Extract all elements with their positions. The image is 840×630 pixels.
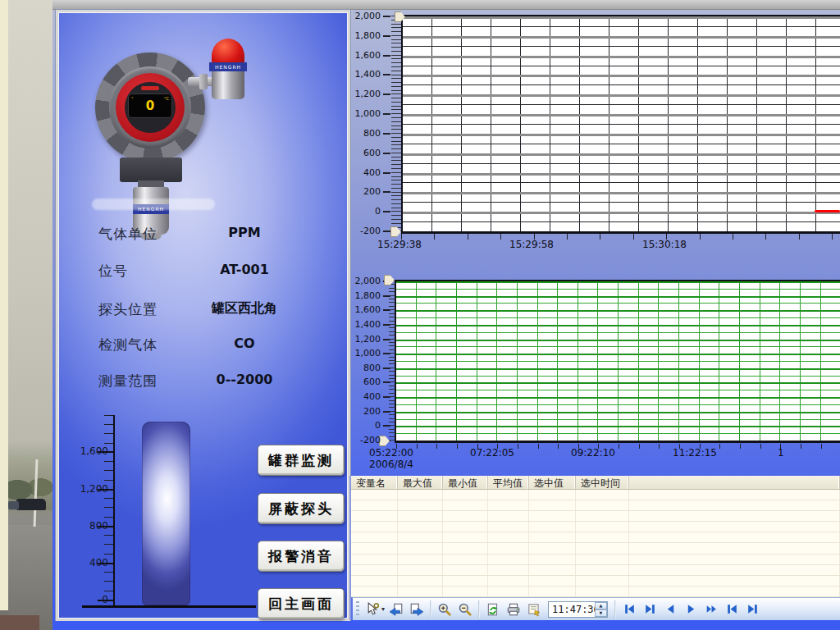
nav-last-icon[interactable]	[641, 600, 659, 619]
table-cell	[398, 490, 443, 500]
statistics-table[interactable]: 变量名最大值最小值平均值选中值选中时间	[351, 476, 840, 597]
top-chart-y-label: 600	[343, 148, 381, 158]
table-header-cell[interactable]: 选中时间	[576, 476, 629, 489]
time-spinner[interactable]: 11:47:36 ▲ ▼	[548, 601, 608, 618]
table-cell	[529, 511, 576, 521]
display-glyph: °C	[164, 97, 169, 101]
gauge-cylinder	[142, 422, 190, 605]
table-cell	[398, 565, 443, 575]
page-right-icon[interactable]	[408, 600, 426, 619]
table-row	[351, 500, 840, 511]
refresh-icon[interactable]	[484, 600, 502, 619]
table-row	[351, 522, 840, 532]
info-value-3: CO	[187, 336, 302, 351]
top-chart-y-label: 400	[343, 167, 381, 178]
table-cell	[629, 532, 840, 542]
cursor-tool-dropdown-icon[interactable]: ▾	[381, 605, 385, 613]
table-cell	[351, 522, 398, 532]
page-left-icon[interactable]	[387, 600, 405, 619]
print-icon[interactable]	[504, 600, 523, 619]
table-header-cell[interactable]: 最小值	[443, 476, 488, 489]
realtime-trend-chart[interactable]	[401, 15, 840, 234]
bottom-chart-y-label: 1,400	[343, 319, 381, 330]
table-cell	[576, 555, 629, 564]
table-row	[351, 555, 840, 565]
table-cell	[398, 543, 443, 553]
properties-icon[interactable]	[525, 600, 543, 619]
table-cell	[443, 576, 488, 586]
zoom-in-icon[interactable]	[436, 600, 454, 619]
top-chart-x-label: 15:30:18	[634, 239, 695, 250]
table-cell	[576, 522, 629, 532]
top-chart-x-ticks	[401, 234, 840, 240]
table-cell	[576, 576, 629, 586]
table-cell	[529, 500, 576, 510]
toolbar-separator	[430, 600, 431, 618]
table-cell	[443, 522, 488, 532]
table-cell	[629, 576, 840, 586]
top-chart-y-label: -200	[343, 226, 381, 236]
bottom-chart-date-label: 2006/8/4	[361, 459, 422, 470]
panel-button-0[interactable]: 罐群监测	[258, 445, 345, 476]
nav-next-icon[interactable]	[682, 600, 700, 619]
top-chart-y-label: 1,800	[343, 30, 381, 41]
table-cell	[576, 587, 629, 596]
panel-button-1[interactable]: 屏蔽探头	[258, 493, 345, 524]
table-row	[351, 511, 840, 522]
top-chart-y-label: 2,000	[343, 11, 381, 21]
table-cell	[488, 565, 529, 575]
table-cell	[488, 543, 529, 553]
table-cell	[443, 565, 488, 575]
gauge-major-tick	[98, 451, 113, 453]
panel-highlight	[92, 199, 215, 210]
table-cell	[629, 543, 840, 553]
time-spin-up-icon[interactable]: ▲	[595, 602, 607, 609]
table-header-filler	[629, 476, 840, 489]
table-cell	[351, 587, 398, 596]
gas-detector-logo	[141, 86, 159, 90]
nav-first-icon[interactable]	[620, 600, 638, 619]
gauge-major-tick	[98, 526, 113, 527]
bottom-chart-y-label: 1,600	[343, 304, 381, 315]
gauge-axis	[113, 415, 115, 607]
nav-last-2-icon[interactable]	[743, 600, 761, 619]
bottom-chart-y-label: 2,000	[343, 276, 381, 286]
table-cell	[576, 532, 629, 542]
table-cell	[443, 555, 488, 564]
table-header-cell[interactable]: 选中值	[529, 476, 576, 489]
table-cell	[351, 576, 398, 586]
info-label-0: 气体单位	[98, 225, 189, 244]
table-cell	[443, 500, 488, 510]
panel-button-2[interactable]: 报警消音	[258, 541, 345, 572]
table-cell	[629, 587, 840, 596]
top-chart-y-label: 1,000	[343, 108, 381, 119]
table-header-row: 变量名最大值最小值平均值选中值选中时间	[351, 476, 840, 490]
nav-first-2-icon[interactable]	[723, 600, 741, 619]
photo-ground	[0, 615, 39, 630]
table-header-cell[interactable]: 平均值	[488, 476, 529, 489]
table-cell	[443, 490, 488, 500]
time-spin-down-icon[interactable]: ▼	[595, 609, 607, 617]
info-value-1: AT-001	[187, 262, 302, 277]
panel-button-3[interactable]: 回主画面	[258, 588, 345, 619]
table-cell	[488, 587, 529, 596]
table-row	[351, 576, 840, 587]
zoom-out-icon[interactable]	[456, 600, 474, 619]
table-header-cell[interactable]: 变量名	[351, 476, 398, 489]
gas-detector-mount-plate	[120, 158, 182, 182]
bottom-chart-y-label: 600	[343, 377, 381, 387]
gas-detector-display: 0 ° °C	[128, 94, 172, 118]
trend-line-red	[815, 210, 840, 212]
bottom-chart-y-label: 200	[343, 406, 381, 417]
table-cell	[629, 490, 840, 500]
table-cell	[576, 565, 629, 575]
nav-prev-icon[interactable]	[661, 600, 679, 619]
cursor-tool-icon[interactable]	[363, 600, 381, 619]
nav-fast-forward-icon[interactable]	[702, 600, 720, 619]
table-cell	[576, 511, 629, 521]
table-cell	[443, 587, 488, 596]
history-trend-chart[interactable]	[395, 280, 840, 443]
table-cell	[443, 532, 488, 542]
table-header-cell[interactable]: 最大值	[398, 476, 443, 489]
toolbar-grip[interactable]	[356, 601, 359, 618]
